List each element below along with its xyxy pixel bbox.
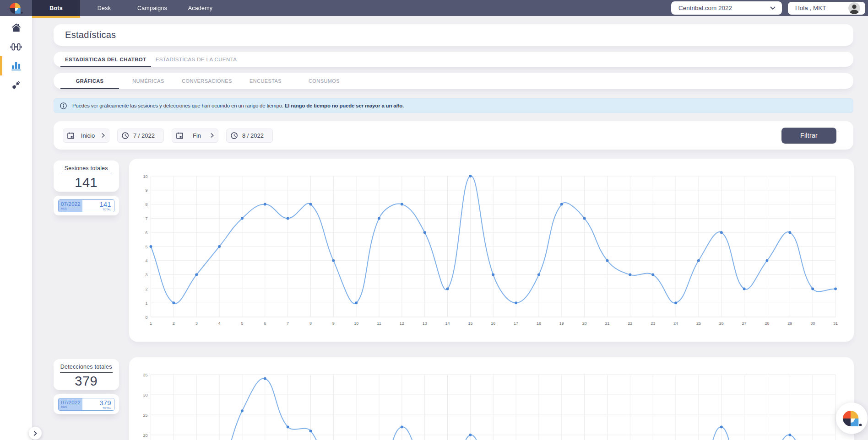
clock-icon — [231, 132, 238, 139]
svg-text:10: 10 — [143, 174, 147, 179]
sessions-month-caption: MES — [61, 207, 82, 210]
sessions-line-chart: 1234567891011121314151617181920212223242… — [129, 159, 854, 342]
svg-text:7: 7 — [287, 321, 289, 326]
svg-text:23: 23 — [651, 321, 655, 326]
detections-total-title: Detecciones totales — [54, 364, 119, 370]
tab-estadisticas-del-chatbot[interactable]: ESTADÍSTICAS DEL CHATBOT — [60, 52, 151, 67]
nav-tab-campaigns-label: Campaigns — [137, 5, 167, 11]
statistics-tabs: ESTADÍSTICAS DEL CHATBOT ESTADÍSTICAS DE… — [54, 52, 853, 67]
end-date-picker[interactable]: Fin — [172, 129, 218, 143]
chevron-right-icon — [102, 133, 105, 138]
sessions-total-card: Sesiones totales 141 — [54, 161, 119, 192]
sessions-month-cell: 07/2022 MES — [59, 200, 82, 212]
user-menu[interactable]: Hola , MKT — [788, 2, 865, 15]
chat-widget-button[interactable] — [836, 402, 868, 434]
sessions-month-total-value: 141 — [82, 200, 111, 208]
svg-text:22: 22 — [628, 321, 632, 326]
main-content: Estadísticas ESTADÍSTICAS DEL CHATBOT ES… — [32, 16, 868, 440]
svg-text:27: 27 — [742, 321, 746, 326]
sessions-chart-card: 1234567891011121314151617181920212223242… — [129, 159, 854, 342]
start-month-picker[interactable]: 7 / 2022 — [117, 129, 164, 143]
svg-text:3: 3 — [195, 321, 197, 326]
subtab-numericas[interactable]: NUMÉRICAS — [119, 73, 178, 89]
start-date-picker[interactable]: Inicio — [63, 129, 109, 143]
svg-text:8: 8 — [309, 321, 311, 326]
svg-text:35: 35 — [143, 373, 147, 377]
chevron-right-icon — [33, 431, 38, 436]
svg-text:20: 20 — [143, 433, 147, 438]
svg-text:9: 9 — [145, 188, 147, 193]
subtab-conversaciones[interactable]: CONVERSACIONES — [178, 73, 236, 89]
start-date-label: Inicio — [74, 132, 102, 139]
svg-text:24: 24 — [673, 321, 678, 326]
nav-tab-campaigns[interactable]: Campaigns — [128, 0, 176, 16]
nav-tab-desk[interactable]: Desk — [80, 0, 128, 16]
sessions-section: Sesiones totales 141 07/2022 MES 141 TOT… — [54, 159, 853, 342]
nav-tab-desk-label: Desk — [98, 5, 111, 11]
filter-bar: Inicio 7 / 2022 Fin — [54, 121, 853, 150]
calendar-icon — [67, 132, 74, 139]
end-month-picker[interactable]: 8 / 2022 — [226, 129, 273, 143]
detections-summary-column: Detecciones totales 379 07/2022 MES 379 … — [54, 357, 119, 440]
nav-tab-bots[interactable]: Bots — [32, 0, 80, 16]
calendar-icon — [176, 132, 183, 139]
svg-text:1: 1 — [149, 321, 152, 326]
sidebar-item-home[interactable] — [0, 18, 32, 37]
account-select[interactable]: Centribal.com 2022 — [671, 1, 782, 15]
info-banner-text-bold: El rango de tiempo no puede ser mayor a … — [285, 103, 404, 108]
svg-text:1: 1 — [145, 301, 147, 306]
nav-tab-academy[interactable]: Academy — [176, 0, 224, 16]
detections-month-cell: 07/2022 MES — [59, 398, 82, 410]
sessions-month-row: 07/2022 MES 141 TOTAL — [58, 199, 114, 212]
tab-chatbot-label: ESTADÍSTICAS DEL CHATBOT — [65, 57, 146, 62]
tab-cuenta-label: ESTADÍSTICAS DE LA CUENTA — [156, 57, 237, 62]
subtab-encuestas-label: ENCUESTAS — [250, 78, 282, 84]
subtab-consumos[interactable]: CONSUMOS — [295, 73, 353, 89]
info-banner-text: Puedes ver gráficamente las sesiones y d… — [72, 103, 404, 108]
svg-text:5: 5 — [241, 321, 243, 326]
subtab-graficas-label: GRÁFICAS — [76, 78, 104, 84]
detections-month-total-cell: 379 TOTAL — [82, 398, 114, 410]
nav-tab-bots-label: Bots — [49, 5, 63, 11]
detections-month-total-value: 379 — [82, 399, 111, 407]
subtab-graficas[interactable]: GRÁFICAS — [60, 73, 119, 89]
svg-text:28: 28 — [765, 321, 769, 326]
subtab-conversaciones-label: CONVERSACIONES — [182, 78, 232, 84]
svg-text:9: 9 — [332, 321, 334, 326]
account-select-value: Centribal.com 2022 — [678, 5, 732, 11]
chevron-right-icon — [211, 133, 214, 138]
centribal-logo-icon — [9, 2, 23, 14]
detections-month-row: 07/2022 MES 379 TOTAL — [58, 398, 114, 411]
detections-chart-card: 1234567891011121314151617181920212223242… — [129, 357, 854, 440]
sidebar-collapse-button[interactable] — [29, 427, 42, 440]
centribal-logo-icon — [842, 410, 862, 427]
statistics-icon — [11, 62, 21, 70]
active-tab-underline — [32, 16, 80, 18]
detections-total-card: Detecciones totales 379 — [54, 359, 119, 390]
svg-text:5: 5 — [145, 245, 147, 249]
sidebar-item-integrations[interactable] — [0, 75, 32, 95]
home-icon — [11, 23, 21, 32]
info-icon — [60, 102, 67, 109]
sidebar-item-bots[interactable] — [0, 37, 32, 56]
svg-text:2: 2 — [145, 287, 147, 291]
sidebar-item-statistics[interactable] — [0, 56, 32, 75]
start-month-value: 7 / 2022 — [129, 132, 159, 139]
filter-button[interactable]: Filtrar — [781, 128, 836, 144]
svg-text:25: 25 — [696, 321, 700, 326]
sessions-month-total-caption: TOTAL — [82, 208, 111, 211]
detections-section: Detecciones totales 379 07/2022 MES 379 … — [54, 357, 853, 440]
detections-month-value: 07/2022 — [61, 400, 82, 405]
page-title-card: Estadísticas — [54, 24, 853, 46]
subtab-encuestas[interactable]: ENCUESTAS — [236, 73, 295, 89]
centribal-logo[interactable] — [0, 0, 32, 16]
svg-text:20: 20 — [582, 321, 586, 326]
page-title: Estadísticas — [65, 30, 116, 40]
sessions-month-card: 07/2022 MES 141 TOTAL — [54, 196, 119, 215]
sessions-month-value: 07/2022 — [61, 201, 82, 207]
svg-text:6: 6 — [264, 321, 266, 326]
tab-estadisticas-de-la-cuenta[interactable]: ESTADÍSTICAS DE LA CUENTA — [151, 52, 242, 67]
info-banner-text-normal: Puedes ver gráficamente las sesiones y d… — [72, 103, 285, 108]
svg-text:10: 10 — [354, 321, 358, 326]
info-banner: Puedes ver gráficamente las sesiones y d… — [54, 98, 853, 113]
